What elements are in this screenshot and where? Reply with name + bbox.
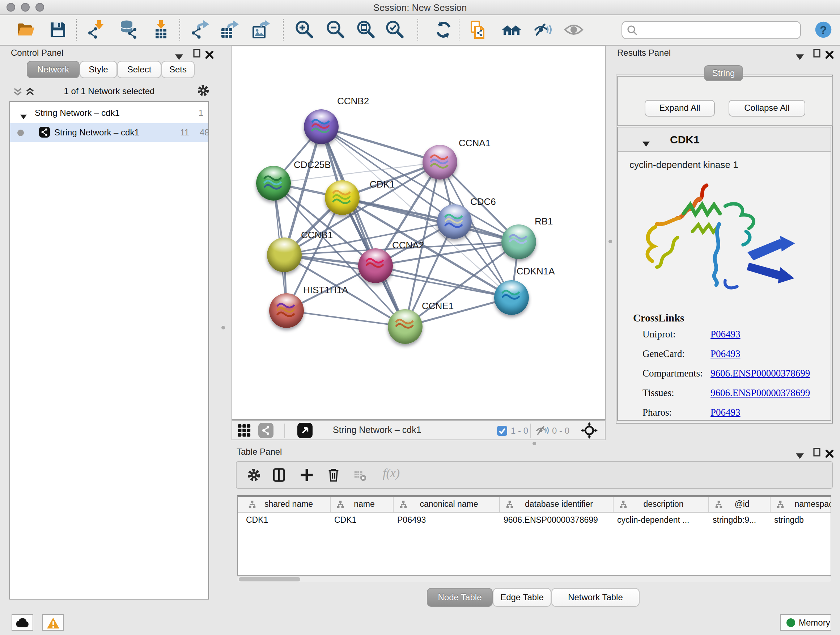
collapse-all-button[interactable]: Collapse All <box>729 100 805 117</box>
network-node-RB1[interactable] <box>501 225 536 259</box>
export-image-icon[interactable] <box>250 19 271 40</box>
memory-button[interactable]: Memory <box>780 614 831 631</box>
control-panel-close-icon[interactable] <box>205 49 213 57</box>
select-columns-icon[interactable] <box>272 468 286 482</box>
crosslink-link[interactable]: 9606.ENSP00000378699 <box>711 387 810 399</box>
network-node-CCNB2[interactable] <box>304 109 339 144</box>
search-input[interactable] <box>641 23 799 38</box>
network-node-HIST1H1A[interactable] <box>269 293 304 328</box>
selected-checkbox-icon[interactable] <box>497 426 507 436</box>
tab-style[interactable]: Style <box>80 61 117 78</box>
import-network-from-file-icon[interactable] <box>86 19 106 40</box>
string-view-icon[interactable] <box>258 423 273 438</box>
search-field[interactable] <box>622 21 801 39</box>
network-collection-row[interactable]: String Network – cdk1 1 <box>10 106 208 123</box>
grid-view-icon[interactable] <box>237 424 251 437</box>
table-cell-shared-name[interactable]: CDK1 <box>246 516 332 524</box>
column-header-canonical-name[interactable]: canonical name <box>396 497 502 512</box>
crosslink-link[interactable]: P06493 <box>711 348 741 360</box>
tab-network-table[interactable]: Network Table <box>551 588 639 607</box>
delete-table-icon[interactable] <box>354 469 367 482</box>
network-edge-HIST1H1A-CCNE1[interactable] <box>286 310 405 326</box>
network-node-CDC25B[interactable] <box>256 166 291 201</box>
show-all-icon[interactable] <box>564 19 584 40</box>
table-panel-float-icon[interactable] <box>813 447 821 456</box>
column-divider[interactable] <box>770 497 771 512</box>
table-gear-icon[interactable] <box>247 468 261 482</box>
copy-network-icon[interactable] <box>468 19 488 40</box>
scrollbar-thumb[interactable] <box>239 577 300 581</box>
first-neighbors-icon[interactable] <box>501 19 522 40</box>
import-network-from-database-icon[interactable] <box>118 19 139 40</box>
expand-all-button[interactable]: Expand All <box>645 100 715 117</box>
network-node-CCNE1[interactable] <box>388 309 423 344</box>
results-panel-close-icon[interactable] <box>826 49 834 57</box>
results-panel-float-icon[interactable] <box>813 48 821 57</box>
vertical-splitter-handle[interactable] <box>221 326 225 329</box>
column-header-database-identifier[interactable]: database identifier <box>502 497 616 512</box>
results-panel-collapse-icon[interactable] <box>796 50 804 56</box>
column-header--id[interactable]: @id <box>711 497 773 512</box>
open-in-new-window-icon[interactable] <box>297 423 313 438</box>
zoom-out-icon[interactable] <box>325 19 346 40</box>
table-cell-database-identifier[interactable]: 9606.ENSP00000378699 <box>504 516 614 524</box>
crosslink-link[interactable]: P06493 <box>711 407 741 418</box>
crosslink-link[interactable]: 9606.ENSP00000378699 <box>711 368 810 379</box>
table-panel-collapse-icon[interactable] <box>796 449 804 455</box>
collection-expand-icon[interactable] <box>20 111 27 117</box>
table-cell-description[interactable]: cyclin-dependent ... <box>617 516 710 524</box>
tab-node-table[interactable]: Node Table <box>427 588 493 607</box>
create-column-icon[interactable] <box>300 468 314 482</box>
network-node-CCNB1[interactable] <box>267 238 302 272</box>
zoom-in-icon[interactable] <box>294 19 315 40</box>
refresh-icon[interactable] <box>433 19 454 40</box>
delete-column-icon[interactable] <box>326 468 341 482</box>
network-edge-CCNB2-CCNA1[interactable] <box>321 127 440 162</box>
import-table-icon[interactable] <box>150 19 171 40</box>
horizontal-splitter-handle[interactable] <box>532 442 536 445</box>
hidden-elements-icon[interactable] <box>535 425 549 436</box>
control-panel-float-icon[interactable] <box>193 48 201 57</box>
export-table-icon[interactable] <box>219 19 240 40</box>
table-cell-name[interactable]: CDK1 <box>334 516 394 524</box>
table-cell--id[interactable]: stringdb:9... <box>713 516 771 524</box>
network-canvas[interactable]: CCNB2CCNA1CDC25BCDK1CDC6RB1CCNB1CCNA2CDK… <box>232 46 606 420</box>
network-node-CCNA1[interactable] <box>423 145 457 180</box>
column-divider[interactable] <box>499 497 500 512</box>
column-divider[interactable] <box>708 497 709 512</box>
tab-network[interactable]: Network <box>27 61 80 78</box>
network-node-CCNA2[interactable] <box>358 249 393 283</box>
tab-edge-table[interactable]: Edge Table <box>493 588 551 607</box>
column-header-name[interactable]: name <box>333 497 396 512</box>
open-session-icon[interactable] <box>16 19 36 40</box>
control-panel-collapse-icon[interactable] <box>175 50 183 56</box>
column-divider[interactable] <box>330 497 331 512</box>
tab-sets[interactable]: Sets <box>161 61 195 78</box>
cloud-status-button[interactable] <box>11 614 33 631</box>
network-row[interactable]: String Network – cdk1 11 48 <box>10 123 208 142</box>
network-node-CDC6[interactable] <box>437 204 472 239</box>
birds-eye-view-icon[interactable] <box>581 422 598 439</box>
column-header-shared-name[interactable]: shared name <box>245 497 333 512</box>
column-header-namespace[interactable]: namespace <box>773 497 831 512</box>
zoom-fit-icon[interactable] <box>356 19 376 40</box>
zoom-selected-icon[interactable] <box>385 19 405 40</box>
column-divider[interactable] <box>613 497 614 512</box>
column-divider[interactable] <box>393 497 393 512</box>
table-cell-canonical-name[interactable]: P06493 <box>397 516 501 524</box>
save-session-icon[interactable] <box>48 19 68 40</box>
function-builder-icon[interactable]: f(x) <box>383 466 400 481</box>
table-panel-close-icon[interactable] <box>826 448 834 455</box>
network-node-CDK1[interactable] <box>325 180 360 215</box>
warning-status-button[interactable] <box>42 614 64 631</box>
vertical-splitter-handle[interactable] <box>608 240 612 243</box>
tab-select[interactable]: Select <box>117 61 161 78</box>
table-horizontal-scrollbar[interactable] <box>237 576 831 582</box>
network-node-CDKN1A[interactable] <box>494 280 529 315</box>
help-icon[interactable]: ? <box>814 20 833 39</box>
network-panel-gear-icon[interactable] <box>197 84 210 97</box>
crosslink-link[interactable]: P06493 <box>711 329 741 340</box>
table-cell-namespace[interactable]: stringdb <box>774 516 831 524</box>
hide-selected-icon[interactable] <box>532 19 553 40</box>
export-network-icon[interactable] <box>189 19 210 40</box>
